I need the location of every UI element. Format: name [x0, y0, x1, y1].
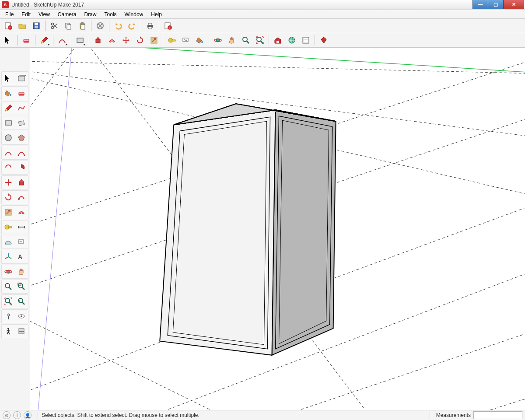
arc3-tool[interactable] [2, 161, 14, 174]
look-around-tool[interactable] [15, 310, 28, 322]
followme-tool[interactable] [15, 191, 28, 203]
walk-tool[interactable] [2, 325, 14, 337]
paint-tool[interactable] [2, 87, 14, 99]
pan-tool[interactable] [15, 266, 28, 278]
rectangle-tool[interactable] [2, 117, 14, 129]
tape-button[interactable] [165, 34, 178, 46]
pie-tool[interactable] [15, 161, 28, 174]
pan-button[interactable] [225, 34, 238, 46]
svg-marker-15 [160, 110, 275, 355]
credits-icon[interactable]: i [13, 411, 21, 419]
measurements-label: Measurements [436, 412, 471, 418]
menu-edit[interactable]: Edit [18, 10, 34, 18]
redo-button[interactable] [126, 20, 139, 32]
scale-button[interactable] [147, 34, 161, 46]
move-tool[interactable] [2, 176, 14, 189]
circle-tool[interactable] [2, 132, 14, 144]
status-hint: Select objects. Shift to extend select. … [42, 412, 200, 418]
rotate-tool[interactable] [2, 191, 14, 203]
window-controls: — ▢ ✕ [473, 0, 524, 9]
svg-line-13 [38, 48, 72, 410]
viewport-3d[interactable] [30, 48, 525, 410]
svg-line-12 [144, 48, 525, 74]
title-bar: S Untitled - SketchUp Make 2017 — ▢ ✕ [0, 0, 525, 10]
zoom-tool[interactable] [2, 280, 14, 293]
move-button[interactable] [119, 34, 133, 46]
text-tool[interactable] [15, 236, 28, 248]
tape-tool[interactable] [2, 221, 14, 233]
scene-canvas[interactable] [30, 48, 525, 410]
menu-help[interactable]: Help [147, 10, 165, 18]
polygon-tool[interactable] [15, 132, 28, 144]
print-button[interactable] [144, 20, 157, 32]
new-from-template-button[interactable] [2, 20, 15, 32]
select-tool[interactable] [2, 72, 14, 84]
orbit-button[interactable] [211, 34, 224, 46]
select-button[interactable] [2, 34, 15, 46]
text-button[interactable] [179, 34, 192, 46]
paste-button[interactable] [76, 20, 89, 32]
section-plane-tool[interactable] [15, 325, 28, 337]
line-tool[interactable] [2, 102, 14, 114]
extensions-button[interactable] [317, 34, 330, 46]
offset-tool[interactable] [15, 206, 28, 218]
menu-camera[interactable]: Camera [54, 10, 80, 18]
eraser-tool[interactable] [15, 87, 28, 99]
zoom-extents-button[interactable] [253, 34, 266, 46]
cut-button[interactable] [48, 20, 61, 32]
arc-tool[interactable] [2, 147, 14, 159]
undo-button[interactable] [112, 20, 125, 32]
minimize-button[interactable]: — [472, 0, 488, 9]
pushpull-button[interactable] [91, 34, 105, 46]
close-button[interactable]: ✕ [503, 0, 524, 9]
rotated-rect-tool[interactable] [15, 117, 28, 129]
orbit-tool[interactable] [2, 266, 14, 278]
zoom-button[interactable] [239, 34, 252, 46]
open-button[interactable] [16, 20, 29, 32]
erase-button[interactable] [94, 20, 107, 32]
3dtext-tool[interactable] [15, 251, 28, 263]
app-icon: S [2, 1, 9, 8]
menu-view[interactable]: View [35, 10, 53, 18]
menu-window[interactable]: Window [121, 10, 147, 18]
menu-draw[interactable]: Draw [81, 10, 100, 18]
previous-view-tool[interactable] [15, 295, 28, 308]
svg-line-8 [389, 389, 525, 410]
zoom-window-tool[interactable] [15, 280, 28, 293]
pushpull-tool[interactable] [15, 176, 28, 189]
dimension-tool[interactable] [15, 221, 28, 233]
freehand-tool[interactable] [15, 102, 28, 114]
warehouse-button[interactable] [271, 34, 284, 46]
line-button[interactable] [38, 34, 51, 46]
status-bar: ⊙ i 👤 Select objects. Shift to extend se… [0, 410, 525, 420]
model-info-button[interactable] [161, 20, 175, 32]
save-button[interactable] [30, 20, 43, 32]
workspace [0, 48, 525, 410]
arc-button[interactable] [56, 34, 69, 46]
eraser-button[interactable] [20, 34, 33, 46]
offset-button[interactable] [105, 34, 119, 46]
paint-button[interactable] [193, 34, 206, 46]
menu-file[interactable]: File [2, 10, 17, 18]
layout-button[interactable] [299, 34, 312, 46]
rectangle-button[interactable] [74, 34, 87, 46]
add-location-button[interactable] [285, 34, 298, 46]
standard-toolbar [0, 19, 525, 33]
signin-icon[interactable]: 👤 [24, 411, 32, 419]
rotate-button[interactable] [133, 34, 147, 46]
protractor-tool[interactable] [2, 236, 14, 248]
measurements-input[interactable] [473, 411, 522, 419]
make-component-tool[interactable] [15, 72, 28, 84]
axes-tool[interactable] [2, 251, 14, 263]
menu-tools[interactable]: Tools [101, 10, 120, 18]
tool-palette [0, 48, 30, 410]
position-camera-tool[interactable] [2, 310, 14, 322]
large-toolset-toolbar [0, 33, 525, 48]
scale-tool[interactable] [2, 206, 14, 218]
copy-button[interactable] [62, 20, 75, 32]
zoom-extents-tool[interactable] [2, 295, 14, 308]
arc2-tool[interactable] [15, 147, 28, 159]
geo-location-icon[interactable]: ⊙ [3, 411, 10, 419]
svg-line-10 [30, 48, 91, 135]
maximize-button[interactable]: ▢ [488, 0, 504, 9]
